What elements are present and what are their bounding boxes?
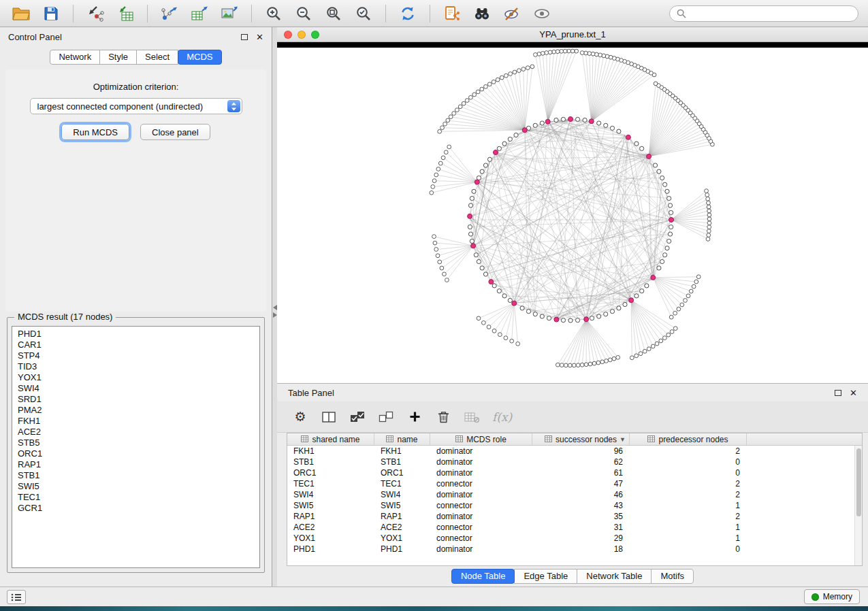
export-network-button[interactable]	[157, 3, 182, 24]
cell-role: connector	[430, 501, 532, 510]
table-row[interactable]: FKH1FKH1dominator962	[287, 446, 854, 457]
mcds-result-item[interactable]: TEC1	[18, 492, 254, 503]
export-image-button[interactable]	[216, 3, 242, 24]
mcds-result-item[interactable]: CAR1	[18, 340, 254, 350]
tab-motifs[interactable]: Motifs	[651, 569, 694, 584]
zoom-selected-button[interactable]	[351, 3, 376, 24]
table-row[interactable]: SWI5SWI5connector431	[287, 500, 854, 511]
cell-name: TEC1	[374, 479, 430, 489]
column-header-name[interactable]: name	[374, 433, 430, 445]
cell-successors: 46	[532, 490, 630, 499]
network-window-titlebar[interactable]: YPA_prune.txt_1	[277, 27, 868, 42]
run-mcds-button[interactable]: Run MCDS	[61, 124, 129, 140]
mcds-result-item[interactable]: GCR1	[18, 503, 254, 514]
network-canvas-area[interactable]	[277, 48, 868, 383]
table-settings-button[interactable]: ⚙	[292, 407, 308, 427]
search-input[interactable]	[690, 9, 851, 19]
close-panel-icon[interactable]: ✕	[256, 33, 263, 42]
node-table[interactable]: shared namenameMCDS rolesuccessor nodes▼…	[287, 433, 863, 566]
tab-style[interactable]: Style	[99, 50, 137, 65]
table-row[interactable]: RAP1RAP1dominator352	[287, 511, 854, 522]
window-zoom-button[interactable]	[311, 31, 319, 39]
hide-graphics-details-button[interactable]	[499, 3, 525, 24]
deselect-all-button[interactable]	[378, 407, 394, 427]
column-header-role[interactable]: MCDS role	[430, 433, 532, 445]
column-header-successors[interactable]: successor nodes▼	[532, 433, 630, 445]
import-network-button[interactable]	[82, 3, 108, 24]
show-graphics-details-button[interactable]	[529, 3, 555, 24]
mcds-result-item[interactable]: SRD1	[18, 394, 254, 405]
search-network-button[interactable]	[469, 3, 495, 24]
mcds-result-item[interactable]: YOX1	[18, 372, 254, 383]
tab-node-table[interactable]: Node Table	[451, 569, 515, 584]
import-table-button[interactable]	[112, 3, 138, 24]
export-table-button[interactable]	[187, 3, 212, 24]
tab-edge-table[interactable]: Edge Table	[514, 569, 577, 584]
window-close-button[interactable]	[284, 31, 292, 39]
zoom-out-button[interactable]	[291, 3, 317, 24]
network-graph[interactable]	[277, 48, 868, 383]
tab-select[interactable]: Select	[136, 50, 178, 65]
float-panel-icon[interactable]	[241, 34, 248, 40]
table-row[interactable]: ORC1ORC1dominator610	[287, 467, 854, 478]
mcds-result-item[interactable]: TID3	[18, 361, 254, 372]
mcds-result-item[interactable]: ORC1	[18, 448, 254, 459]
table-row[interactable]: TEC1TEC1connector472	[287, 478, 854, 489]
float-table-panel-icon[interactable]	[835, 390, 841, 396]
save-session-button[interactable]	[38, 3, 64, 24]
apply-layout-button[interactable]	[395, 3, 421, 24]
mcds-result-item[interactable]: SWI5	[18, 481, 254, 492]
cell-shared-name: STB1	[287, 457, 374, 467]
window-minimize-button[interactable]	[298, 31, 306, 39]
select-all-button[interactable]	[349, 407, 366, 427]
close-mcds-panel-button[interactable]: Close panel	[140, 124, 210, 140]
mcds-result-item[interactable]: FKH1	[18, 416, 254, 427]
cell-successors: 35	[532, 512, 630, 521]
mcds-result-item[interactable]: ACE2	[18, 427, 254, 437]
mcds-result-item[interactable]: RAP1	[18, 459, 254, 470]
memory-button[interactable]: Memory	[804, 589, 860, 604]
table-row[interactable]: SWI4SWI4dominator462	[287, 489, 854, 500]
deselect-all-icon	[379, 411, 393, 423]
export-web-page-button[interactable]	[439, 3, 465, 24]
column-grid-icon	[386, 435, 393, 444]
list-icon	[11, 593, 22, 601]
mcds-result-item[interactable]: STB5	[18, 437, 254, 448]
table-scrollbar[interactable]	[854, 446, 862, 565]
mcds-result-list[interactable]: PHD1CAR1STP4TID3YOX1SWI4SRD1PMA2FKH1ACE2…	[12, 326, 260, 568]
cell-successors: 29	[532, 533, 630, 543]
tab-mcds[interactable]: MCDS	[178, 50, 221, 65]
criterion-dropdown[interactable]: largest connected component (undirected)	[30, 98, 242, 114]
mcds-result-item[interactable]: PHD1	[18, 329, 254, 340]
table-row[interactable]: YOX1YOX1connector291	[287, 533, 854, 544]
column-header-predecessors[interactable]: predecessor nodes	[630, 433, 747, 445]
zoom-out-icon	[295, 5, 312, 22]
status-menu-button[interactable]	[7, 590, 26, 604]
add-column-button[interactable]	[406, 407, 423, 427]
search-box[interactable]	[669, 5, 858, 22]
table-row[interactable]: PHD1PHD1dominator180	[287, 544, 854, 555]
table-row[interactable]: STB1STB1dominator620	[287, 457, 854, 467]
cell-role: dominator	[430, 457, 532, 467]
mcds-result-item[interactable]: PMA2	[18, 405, 254, 416]
table-panel: Table Panel ✕ ⚙	[277, 383, 868, 587]
tab-network[interactable]: Network	[50, 50, 100, 65]
splitter-collapse-icons[interactable]	[272, 305, 277, 318]
mcds-result-item[interactable]: STB1	[18, 470, 254, 481]
column-header-shared-name[interactable]: shared name	[287, 433, 374, 445]
cell-predecessors: 0	[630, 457, 747, 467]
cell-name: ORC1	[374, 468, 430, 478]
table-row[interactable]: ACE2ACE2connector311	[287, 522, 854, 533]
show-columns-button[interactable]	[321, 407, 337, 427]
zoom-in-button[interactable]	[261, 3, 287, 24]
delete-column-button[interactable]	[435, 407, 451, 427]
mcds-result-item[interactable]: SWI4	[18, 383, 254, 394]
vertical-splitter[interactable]	[272, 27, 277, 587]
tab-network-table[interactable]: Network Table	[577, 569, 652, 584]
cell-role: dominator	[430, 446, 532, 456]
mcds-result-item[interactable]: STP4	[18, 350, 254, 361]
zoom-fit-button[interactable]	[321, 3, 347, 24]
open-file-button[interactable]	[8, 3, 34, 24]
close-table-panel-icon[interactable]: ✕	[850, 389, 857, 397]
table-scrollbar-thumb[interactable]	[856, 448, 861, 516]
